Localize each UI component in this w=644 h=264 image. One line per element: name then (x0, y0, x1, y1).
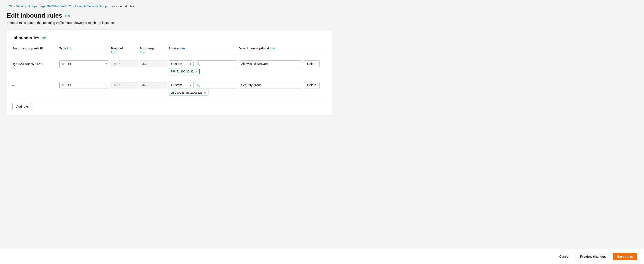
footer-bar: Cancel Preview changes Save rules (0, 249, 644, 264)
page-info-link[interactable]: Info (65, 14, 70, 17)
source-tag-2: sg-090a354a50ae0c323 ✕ (169, 90, 208, 95)
add-rule-button[interactable]: Add rule (12, 103, 32, 110)
type-info-link[interactable]: Info (67, 47, 72, 50)
col-header-description: Description - optional Info (239, 47, 302, 54)
source-tag-close-2[interactable]: ✕ (204, 91, 206, 94)
breadcrumb-sep-2: › (38, 5, 40, 8)
desc-input-2[interactable] (239, 82, 302, 88)
port-field-2 (140, 82, 167, 88)
source-row-2: Custom ▼ 🔍 (169, 82, 237, 88)
card-header: Inbound rules Info (12, 36, 326, 40)
delete-button-2[interactable]: Delete (304, 82, 320, 88)
desc-input-1[interactable] (239, 60, 302, 67)
source-tag-close-1[interactable]: ✕ (195, 70, 198, 73)
delete-cell-2: Delete (304, 82, 326, 88)
breadcrumb-ec2[interactable]: EC2 (7, 4, 12, 8)
source-type-select-2[interactable]: Custom (169, 82, 194, 88)
col-header-rule-id: Security group rule ID (12, 47, 58, 54)
search-icon-1: 🔍 (197, 62, 200, 66)
preview-changes-button[interactable]: Preview changes (576, 253, 610, 261)
cancel-button[interactable]: Cancel (555, 253, 573, 260)
port-field-1 (140, 60, 167, 67)
breadcrumb-sep-3: › (108, 5, 109, 8)
breadcrumb-current: Edit inbound rules (110, 4, 134, 8)
source-type-wrapper-1: Custom ▼ (169, 60, 194, 67)
source-section-1: Custom ▼ 🔍 198.51.100.20/32 ✕ (169, 60, 237, 74)
source-info-link[interactable]: Info (180, 47, 185, 50)
source-tag-text-1: 198.51.100.20/32 (171, 70, 194, 73)
col-header-source: Source Info (169, 47, 237, 54)
port-cell-2 (140, 82, 167, 88)
source-type-select-1[interactable]: Custom (169, 60, 194, 67)
protocol-info-link[interactable]: Info (111, 50, 116, 54)
search-icon-2: 🔍 (197, 83, 200, 87)
protocol-field-1 (111, 60, 138, 67)
type-select-2[interactable]: HTTPS (60, 82, 109, 88)
type-select-1[interactable]: HTTPS (60, 60, 109, 67)
source-search-wrapper-1: 🔍 (195, 60, 237, 67)
col-header-protocol: Protocol Info (111, 47, 138, 54)
breadcrumb-security-groups[interactable]: Security Groups (16, 4, 37, 8)
rule-id-2: – (12, 82, 58, 87)
protocol-cell-2 (111, 82, 138, 88)
inbound-rules-card: Inbound rules Info Security group rule I… (7, 30, 332, 116)
table-row: – HTTPS ▼ Custom (12, 78, 326, 99)
page-description: Inbound rules control the incoming traff… (7, 21, 332, 24)
breadcrumb: EC2 › Security Groups › sg-090a354a50ae0… (7, 4, 332, 8)
desc-info-link[interactable]: Info (270, 47, 275, 50)
page-title-row: Edit inbound rules Info (7, 12, 332, 19)
page-title: Edit inbound rules (7, 12, 62, 19)
source-search-input-2[interactable] (195, 82, 237, 88)
col-header-actions (304, 47, 326, 54)
type-select-wrapper-1: HTTPS ▼ (60, 60, 109, 67)
save-rules-button[interactable]: Save rules (613, 253, 637, 261)
source-tag-1: 198.51.100.20/32 ✕ (169, 69, 200, 74)
desc-cell-1 (239, 60, 302, 67)
card-info-link[interactable]: Info (42, 36, 46, 40)
rule-id-1: sgr-05da940ad666aff10 (12, 60, 58, 66)
col-header-port: Port range Info (140, 47, 167, 54)
col-header-type: Type Info (60, 47, 109, 54)
breadcrumb-sep-1: › (14, 5, 15, 8)
delete-cell-1: Delete (304, 60, 326, 67)
type-select-wrapper-2: HTTPS ▼ (60, 82, 109, 88)
source-row-1: Custom ▼ 🔍 (169, 60, 237, 67)
delete-button-1[interactable]: Delete (304, 60, 320, 67)
desc-cell-2 (239, 82, 302, 88)
card-title: Inbound rules (12, 36, 39, 40)
protocol-cell-1 (111, 60, 138, 67)
source-section-2: Custom ▼ 🔍 sg-090a354a50ae0c323 ✕ (169, 82, 237, 95)
source-search-wrapper-2: 🔍 (195, 82, 237, 88)
source-search-input-1[interactable] (195, 60, 237, 67)
port-info-link[interactable]: Info (140, 50, 145, 54)
table-row: sgr-05da940ad666aff10 HTTPS ▼ (12, 57, 326, 78)
source-tag-text-2: sg-090a354a50ae0c323 (171, 91, 202, 94)
table-header: Security group rule ID Type Info Protoco… (12, 45, 326, 56)
breadcrumb-sg-link[interactable]: sg-090a354a50ae0c323 - Example Security … (41, 4, 107, 8)
type-cell-1: HTTPS ▼ (60, 60, 109, 67)
source-type-wrapper-2: Custom ▼ (169, 82, 194, 88)
type-cell-2: HTTPS ▼ (60, 82, 109, 88)
port-cell-1 (140, 60, 167, 67)
protocol-field-2 (111, 82, 138, 88)
